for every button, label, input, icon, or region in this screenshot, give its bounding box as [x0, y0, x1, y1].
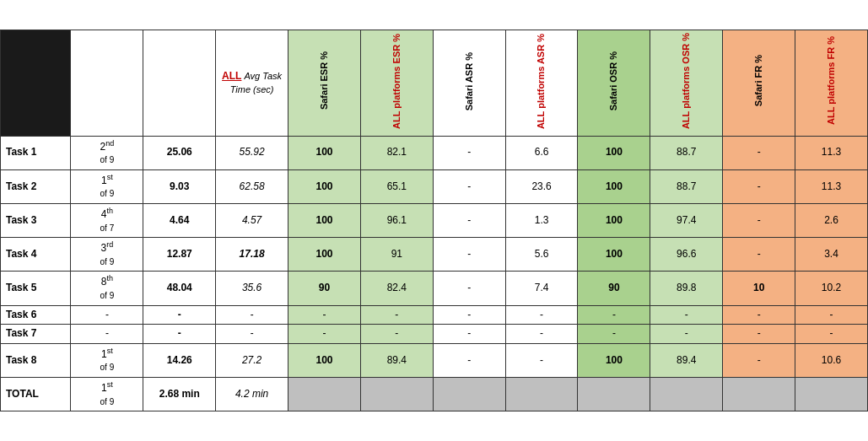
all-esr-cell: 96.1 [360, 203, 433, 237]
fr-cell: - [723, 169, 795, 203]
task-label: Task 4 [1, 238, 71, 272]
all-fr-cell: 11.3 [795, 136, 868, 169]
osr-cell: 100 [578, 343, 650, 377]
all-esr-cell: - [360, 305, 433, 325]
header-all-asr: ALL platforms ASR % [505, 30, 578, 136]
all-esr-cell: 82.4 [360, 272, 433, 305]
all-fr-cell: 2.6 [795, 203, 868, 237]
task-label: Task 7 [1, 325, 71, 344]
header-asr: Safari ASR % [433, 30, 505, 136]
avg-cell: - [143, 325, 216, 344]
header-all-avg: ALL Avg Task Time (sec) [216, 30, 288, 136]
all-avg-cell: 62.58 [216, 169, 288, 203]
rank-cell: 3rdof 9 [71, 238, 143, 272]
all-osr-cell: 96.6 [650, 238, 723, 272]
osr-cell: - [578, 305, 650, 325]
rank-cell: 1stof 9 [71, 169, 143, 203]
total-gray-cell [723, 377, 795, 411]
total-gray-cell [288, 377, 361, 411]
header-rank [71, 30, 143, 136]
total-gray-cell [578, 377, 650, 411]
data-table: ALL Avg Task Time (sec) Safari ESR % ALL… [0, 30, 868, 411]
all-osr-cell: 88.7 [650, 169, 723, 203]
asr-cell: - [433, 343, 505, 377]
header-all-fr: ALL platforms FR % [795, 30, 868, 136]
all-esr-cell: 89.4 [360, 343, 433, 377]
total-gray-cell [795, 377, 868, 411]
total-rank: 1stof 9 [71, 377, 143, 411]
rank-cell: 2ndof 9 [71, 136, 143, 169]
task-label: Task 6 [1, 305, 71, 325]
total-avg: 2.68 min [143, 377, 216, 411]
rank-cell: 1stof 9 [71, 343, 143, 377]
total-label: TOTAL [1, 377, 71, 411]
task-label: Task 5 [1, 272, 71, 305]
all-osr-cell: 89.8 [650, 272, 723, 305]
header-safari [1, 30, 71, 136]
total-gray-cell [505, 377, 578, 411]
asr-cell: - [433, 272, 505, 305]
all-avg-label: ALL Avg Task Time (sec) [222, 71, 282, 94]
esr-cell: 100 [288, 136, 361, 169]
all-asr-cell: 23.6 [505, 169, 578, 203]
all-asr-cell: - [505, 343, 578, 377]
header-fr: Safari FR % [723, 30, 795, 136]
rank-cell: - [71, 325, 143, 344]
fr-cell: - [723, 203, 795, 237]
esr-cell: 100 [288, 343, 361, 377]
task-label: Task 2 [1, 169, 71, 203]
avg-cell: 9.03 [143, 169, 216, 203]
header-all-esr: ALL platforms ESR % [360, 30, 433, 136]
all-esr-cell: - [360, 325, 433, 344]
osr-cell: 100 [578, 238, 650, 272]
esr-cell: - [288, 305, 361, 325]
all-esr-cell: 91 [360, 238, 433, 272]
avg-cell: 25.06 [143, 136, 216, 169]
esr-cell: - [288, 325, 361, 344]
fr-cell: - [723, 343, 795, 377]
osr-cell: - [578, 325, 650, 344]
rank-cell: 8thof 9 [71, 272, 143, 305]
asr-cell: - [433, 136, 505, 169]
fr-label: Safari FR % [753, 55, 764, 106]
asr-cell: - [433, 238, 505, 272]
all-fr-label: ALL platforms FR % [826, 36, 837, 125]
header-osr: Safari OSR % [578, 30, 650, 136]
all-asr-cell: 5.6 [505, 238, 578, 272]
all-avg-cell: 27.2 [216, 343, 288, 377]
all-asr-cell: 6.6 [505, 136, 578, 169]
fr-cell: 10 [723, 272, 795, 305]
rank-cell: - [71, 305, 143, 325]
all-fr-cell: 10.2 [795, 272, 868, 305]
main-table-wrapper: ALL Avg Task Time (sec) Safari ESR % ALL… [0, 30, 868, 411]
osr-cell: 90 [578, 272, 650, 305]
esr-cell: 100 [288, 238, 361, 272]
all-asr-cell: 7.4 [505, 272, 578, 305]
all-asr-cell: - [505, 325, 578, 344]
total-all-avg: 4.2 min [216, 377, 288, 411]
all-avg-cell: - [216, 305, 288, 325]
total-gray-cell [650, 377, 723, 411]
all-fr-cell: - [795, 305, 868, 325]
all-osr-cell: 89.4 [650, 343, 723, 377]
asr-cell: - [433, 305, 505, 325]
all-avg-cell: 4.57 [216, 203, 288, 237]
fr-cell: - [723, 136, 795, 169]
task-label: Task 3 [1, 203, 71, 237]
total-gray-cell [360, 377, 433, 411]
all-esr-label: ALL platforms ESR % [391, 34, 402, 129]
all-avg-cell: - [216, 325, 288, 344]
task-label: Task 1 [1, 136, 71, 169]
esr-cell: 100 [288, 169, 361, 203]
all-esr-cell: 82.1 [360, 136, 433, 169]
avg-cell: 48.04 [143, 272, 216, 305]
avg-cell: 14.26 [143, 343, 216, 377]
all-avg-cell: 17.18 [216, 238, 288, 272]
all-asr-cell: 1.3 [505, 203, 578, 237]
esr-label: Safari ESR % [319, 51, 330, 110]
avg-cell: - [143, 305, 216, 325]
asr-cell: - [433, 325, 505, 344]
header-avg [143, 30, 216, 136]
header-all-osr: ALL platforms OSR % [650, 30, 723, 136]
fr-cell: - [723, 305, 795, 325]
